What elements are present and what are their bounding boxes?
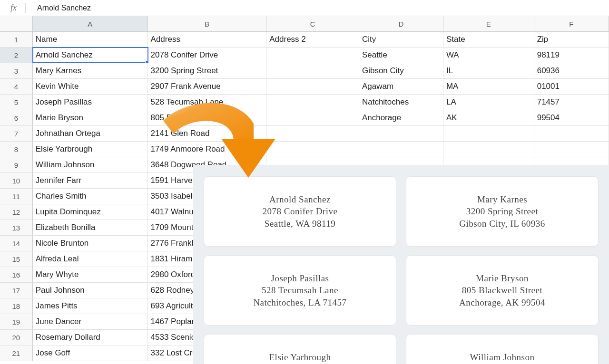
cell[interactable]: 3200 Spring Street xyxy=(148,63,267,78)
cell[interactable]: LA xyxy=(443,95,534,110)
cell[interactable]: Natchitoches xyxy=(359,95,443,110)
cell[interactable]: Zip xyxy=(534,32,609,47)
cell[interactable]: 2907 Frank Avenue xyxy=(148,79,267,94)
cell[interactable]: Address xyxy=(148,32,267,47)
cell[interactable]: James Pitts xyxy=(33,298,148,314)
row-header-1[interactable]: 1 xyxy=(0,32,33,47)
cell[interactable]: June Dancer xyxy=(33,314,148,329)
row-header-13[interactable]: 13 xyxy=(0,220,33,235)
cell[interactable]: Elsie Yarbrough xyxy=(33,142,148,157)
table-row: 6Marie Bryson805 Blackwell StreetAnchora… xyxy=(0,110,609,126)
cell[interactable]: Lupita Dominquez xyxy=(33,204,148,220)
cell[interactable]: William Johnson xyxy=(33,157,148,172)
cell[interactable] xyxy=(359,142,443,157)
table-row: 7Johnathan Ortega2141 Glen Road xyxy=(0,126,609,142)
label-citystate: Gibson City, IL 60936 xyxy=(459,218,545,230)
formula-input[interactable] xyxy=(34,2,609,14)
cell[interactable]: Jennifer Farr xyxy=(33,173,148,188)
cell[interactable] xyxy=(443,126,534,141)
cell[interactable]: Jose Goff xyxy=(33,345,148,361)
row-header-9[interactable]: 9 xyxy=(0,157,33,172)
row-header-19[interactable]: 19 xyxy=(0,314,33,329)
row-header-8[interactable]: 8 xyxy=(0,142,33,157)
cell[interactable]: Anchorage xyxy=(359,110,443,125)
column-header-D[interactable]: D xyxy=(359,16,443,31)
cell[interactable]: Mary Karnes xyxy=(33,63,148,78)
cell[interactable]: 1749 Anmoore Road xyxy=(148,142,267,157)
cell[interactable] xyxy=(534,142,609,157)
cell[interactable] xyxy=(266,110,359,125)
cell[interactable]: Rosemary Dollard xyxy=(33,330,148,345)
row-header-7[interactable]: 7 xyxy=(0,126,33,141)
column-header-A[interactable]: A xyxy=(33,16,148,31)
table-row: 2 Arnold Sanchez 2078 Conifer Drive Seat… xyxy=(0,48,609,63)
row-header-3[interactable]: 3 xyxy=(0,63,33,78)
cell[interactable]: Johnathan Ortega xyxy=(33,126,148,141)
cell[interactable] xyxy=(359,126,443,141)
cell[interactable]: 71457 xyxy=(534,95,609,110)
cell[interactable]: AK xyxy=(443,110,534,125)
cell[interactable] xyxy=(443,142,534,157)
cell[interactable]: Seattle xyxy=(359,48,443,63)
cell[interactable] xyxy=(266,48,359,63)
row-header-20[interactable]: 20 xyxy=(0,330,33,345)
cell[interactable]: Alfreda Leal xyxy=(33,251,148,267)
row-header-16[interactable]: 16 xyxy=(0,267,33,282)
cell[interactable]: City xyxy=(359,32,443,47)
cell[interactable]: Nicole Brunton xyxy=(33,236,148,251)
cell[interactable]: 01001 xyxy=(534,79,609,94)
label-name: Mary Karnes xyxy=(477,193,527,206)
cell[interactable]: Address 2 xyxy=(266,32,359,47)
cell[interactable]: Marie Bryson xyxy=(33,110,148,125)
cell[interactable] xyxy=(266,79,359,94)
cell[interactable]: WA xyxy=(443,48,534,63)
row-header-12[interactable]: 12 xyxy=(0,204,33,220)
column-header-B[interactable]: B xyxy=(148,16,267,31)
row-header-6[interactable]: 6 xyxy=(0,110,33,125)
cell[interactable] xyxy=(266,95,359,110)
cell[interactable] xyxy=(534,126,609,141)
cell[interactable] xyxy=(266,63,359,78)
row-header-15[interactable]: 15 xyxy=(0,251,33,267)
cell[interactable]: IL xyxy=(443,63,534,78)
label-name: Marie Bryson xyxy=(476,272,529,285)
cell[interactable] xyxy=(266,126,359,141)
label-street: 3200 Spring Street xyxy=(466,205,539,218)
cell[interactable]: MA xyxy=(443,79,534,94)
cell[interactable]: Mary Whyte xyxy=(33,267,148,282)
cell[interactable]: Name xyxy=(33,32,148,47)
cell[interactable]: 528 Tecumsah Lane xyxy=(148,95,267,110)
row-header-17[interactable]: 17 xyxy=(0,283,33,298)
cell[interactable]: Elizabeth Bonilla xyxy=(33,220,148,235)
row-header-5[interactable]: 5 xyxy=(0,95,33,110)
spreadsheet-grid: 1 Name Address Address 2 City State Zip … xyxy=(0,32,609,361)
row-header-4[interactable]: 4 xyxy=(0,79,33,94)
column-header-E[interactable]: E xyxy=(443,16,534,31)
cell[interactable] xyxy=(266,142,359,157)
row-header-10[interactable]: 10 xyxy=(0,173,33,188)
cell[interactable]: Gibson City xyxy=(359,63,443,78)
cell[interactable]: 805 Blackwell Street xyxy=(148,110,267,125)
row-header-21[interactable]: 21 xyxy=(0,345,33,361)
cell[interactable]: 99504 xyxy=(534,110,609,125)
select-all-corner[interactable] xyxy=(0,16,33,31)
cell-selected[interactable]: Arnold Sanchez xyxy=(33,48,148,63)
cell[interactable]: Agawam xyxy=(359,79,443,94)
cell[interactable]: 2141 Glen Road xyxy=(148,126,267,141)
cell[interactable]: Charles Smith xyxy=(33,189,148,204)
cell[interactable]: State xyxy=(443,32,534,47)
address-label-card: Joseph Pasillas 528 Tecumsah Lane Natchi… xyxy=(204,255,396,326)
column-header-F[interactable]: F xyxy=(534,16,609,31)
cell[interactable]: 60936 xyxy=(534,63,609,78)
row-header-2[interactable]: 2 xyxy=(0,48,33,63)
row-header-11[interactable]: 11 xyxy=(0,189,33,204)
cell[interactable]: Kevin White xyxy=(33,79,148,94)
cell[interactable]: 98119 xyxy=(534,48,609,63)
column-header-C[interactable]: C xyxy=(266,16,359,31)
cell[interactable]: 2078 Conifer Drive xyxy=(148,48,267,63)
row-header-18[interactable]: 18 xyxy=(0,298,33,314)
cell[interactable]: Joseph Pasillas xyxy=(33,95,148,110)
table-row: 5Joseph Pasillas528 Tecumsah LaneNatchit… xyxy=(0,95,609,110)
row-header-14[interactable]: 14 xyxy=(0,236,33,251)
cell[interactable]: Paul Johnson xyxy=(33,283,148,298)
